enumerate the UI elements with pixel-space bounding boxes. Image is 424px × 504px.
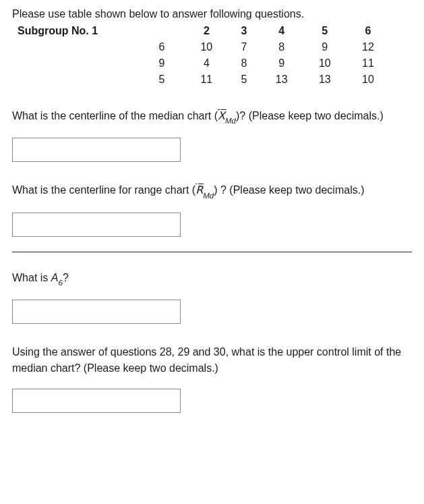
answer-input-4[interactable]: [12, 389, 181, 413]
cell: 8: [228, 55, 260, 72]
cell: 13: [303, 72, 346, 88]
cell: 5: [12, 72, 185, 88]
cell: 9: [303, 39, 346, 55]
question-2-text: What is the centerline for range chart (…: [12, 182, 412, 200]
cell: 10: [185, 39, 228, 55]
answer-input-1[interactable]: [12, 138, 181, 162]
answer-input-3[interactable]: [12, 300, 181, 324]
cell: 10: [303, 55, 346, 72]
table-row: 9 4 8 9 10 11: [12, 55, 390, 72]
intro-text: Please use table shown below to answer f…: [12, 8, 412, 20]
question-1-text: What is the centerline of the median cha…: [12, 108, 412, 125]
cell: 5: [228, 72, 260, 88]
section-divider: [12, 252, 412, 252]
header-cell: 3: [228, 23, 260, 39]
cell: 9: [260, 55, 303, 72]
header-cell: 2: [185, 23, 228, 39]
cell: 11: [346, 55, 390, 72]
cell: 13: [260, 72, 303, 88]
cell: 8: [260, 39, 303, 55]
cell: 11: [185, 72, 228, 88]
header-label: Subgroup No. 1: [12, 23, 185, 39]
table-header-row: Subgroup No. 1 2 3 4 5 6: [12, 23, 390, 39]
cell: 9: [12, 55, 185, 72]
table-row: 5 11 5 13 13 10: [12, 72, 390, 88]
question-3-text: What is A6?: [12, 270, 412, 287]
header-cell: 4: [260, 23, 303, 39]
question-4-text: Using the answer of questions 28, 29 and…: [12, 344, 412, 376]
header-cell: 5: [303, 23, 346, 39]
cell: 4: [185, 55, 228, 72]
cell: 10: [346, 72, 390, 88]
cell: 7: [228, 39, 260, 55]
cell: 12: [346, 39, 390, 55]
cell: 6: [12, 39, 185, 55]
table-row: 6 10 7 8 9 12: [12, 39, 390, 55]
answer-input-2[interactable]: [12, 213, 181, 237]
header-cell: 6: [346, 23, 390, 39]
data-table: Subgroup No. 1 2 3 4 5 6 6 10 7 8 9 12 9…: [12, 23, 412, 88]
